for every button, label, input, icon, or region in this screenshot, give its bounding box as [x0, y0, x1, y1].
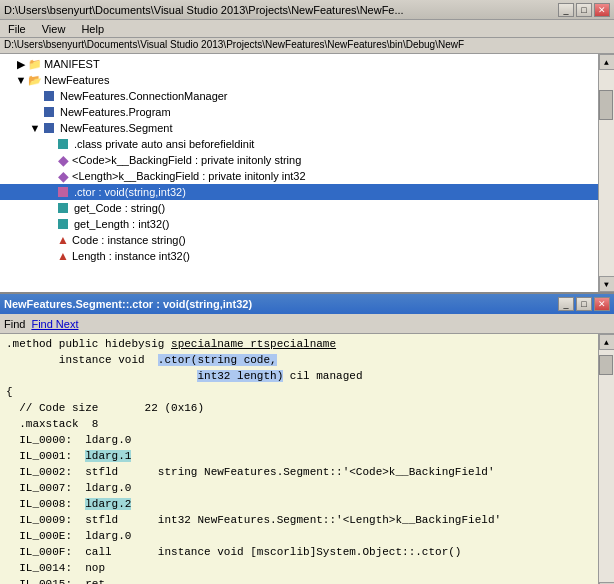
- minimize-button[interactable]: _: [558, 3, 574, 17]
- pink-box-icon-ctor: [56, 185, 70, 199]
- tree-label-cm: NewFeatures.ConnectionManager: [60, 90, 228, 102]
- bottom-title-buttons: _ □ ✕: [558, 297, 610, 311]
- code-line-6: .maxstack 8: [6, 418, 98, 430]
- code-line-8: IL_0001: ldarg.1: [6, 450, 131, 462]
- tree-label-class: .class private auto ansi beforefieldinit: [74, 138, 254, 150]
- red-triangle-icon-lp: ▲: [56, 249, 70, 263]
- code-scroll-track[interactable]: [599, 350, 614, 582]
- bottom-maximize-button[interactable]: □: [576, 297, 592, 311]
- title-bar: D:\Users\bsenyurt\Documents\Visual Studi…: [0, 0, 614, 20]
- expand-icon-manifest: ▶: [16, 59, 26, 69]
- menu-file[interactable]: File: [4, 23, 30, 35]
- code-line-10: IL_0007: ldarg.0: [6, 482, 131, 494]
- title-bar-buttons: _ □ ✕: [558, 3, 610, 17]
- path-bar: D:\Users\bsenyurt\Documents\Visual Studi…: [0, 38, 614, 54]
- code-line-4: {: [6, 386, 13, 398]
- tree-row-getcode[interactable]: ▶ get_Code : string(): [0, 200, 598, 216]
- scroll-down-button[interactable]: ▼: [599, 276, 615, 292]
- tree-row-length-field[interactable]: ▶ ◆ <Length>k__BackingField : private in…: [0, 168, 598, 184]
- cyan-box-icon-class: [56, 137, 70, 151]
- code-line-2: instance void .ctor(string code,: [6, 354, 277, 366]
- code-line-12: IL_0009: stfld int32 NewFeatures.Segment…: [6, 514, 501, 526]
- bottom-minimize-button[interactable]: _: [558, 297, 574, 311]
- find-next-label[interactable]: Find Next: [31, 318, 78, 330]
- tree-label-manifest: MANIFEST: [44, 58, 100, 70]
- folder-icon-manifest: 📁: [28, 57, 42, 71]
- bottom-title-bar: NewFeatures.Segment::.ctor : void(string…: [0, 294, 614, 314]
- tree-label-lp: Length : instance int32(): [72, 250, 190, 262]
- diamond-icon-lenf: ◆: [56, 169, 70, 183]
- tree-label-gl: get_Length : int32(): [74, 218, 169, 230]
- code-line-3: int32 length) cil managed: [6, 370, 362, 382]
- code-line-16: IL_0015: ret: [6, 578, 105, 584]
- menu-help[interactable]: Help: [77, 23, 108, 35]
- code-line-11: IL_0008: ldarg.2: [6, 498, 131, 510]
- code-block: .method public hidebysig specialname rts…: [6, 336, 592, 584]
- tree-row-segment[interactable]: ▼ NewFeatures.Segment: [0, 120, 598, 136]
- tree-row-manifest[interactable]: ▶ 📁 MANIFEST: [0, 56, 598, 72]
- tree-label-seg: NewFeatures.Segment: [60, 122, 173, 134]
- tree-label-lenf: <Length>k__BackingField : private initon…: [72, 170, 306, 182]
- code-line-14: IL_000F: call instance void [mscorlib]Sy…: [6, 546, 461, 558]
- code-line-13: IL_000E: ldarg.0: [6, 530, 131, 542]
- tree-row-length-prop[interactable]: ▶ ▲ Length : instance int32(): [0, 248, 598, 264]
- code-line-9: IL_0002: stfld string NewFeatures.Segmen…: [6, 466, 494, 478]
- bottom-title-text: NewFeatures.Segment::.ctor : void(string…: [4, 298, 252, 310]
- tree-row-getlength[interactable]: ▶ get_Length : int32(): [0, 216, 598, 232]
- tree-row-code-prop[interactable]: ▶ ▲ Code : instance string(): [0, 232, 598, 248]
- menu-bar: File View Help: [0, 20, 614, 38]
- menu-view[interactable]: View: [38, 23, 70, 35]
- code-scrollbar[interactable]: ▲ ▼: [598, 334, 614, 584]
- scroll-track[interactable]: [599, 70, 614, 276]
- blue-box-icon-prog: [42, 105, 56, 119]
- code-line-15: IL_0014: nop: [6, 562, 105, 574]
- close-button[interactable]: ✕: [594, 3, 610, 17]
- tree-content: ▶ 📁 MANIFEST ▼ 📂 NewFeatures ▶ NewFeatur…: [0, 54, 598, 292]
- tree-label-prog: NewFeatures.Program: [60, 106, 171, 118]
- red-triangle-icon-cp: ▲: [56, 233, 70, 247]
- tree-row-ctor[interactable]: ▶ .ctor : void(string,int32): [0, 184, 598, 200]
- bottom-section: NewFeatures.Segment::.ctor : void(string…: [0, 294, 614, 584]
- tree-row-code-field[interactable]: ▶ ◆ <Code>k__BackingField : private init…: [0, 152, 598, 168]
- scroll-thumb[interactable]: [599, 90, 613, 120]
- find-label: Find: [4, 318, 25, 330]
- tree-label-gc: get_Code : string(): [74, 202, 165, 214]
- cyan-box-icon-gl: [56, 217, 70, 231]
- tree-row-newfeatures[interactable]: ▼ 📂 NewFeatures: [0, 72, 598, 88]
- tree-label-codef: <Code>k__BackingField : private initonly…: [72, 154, 301, 166]
- tree-label-newfeatures: NewFeatures: [44, 74, 109, 86]
- find-bar: Find Find Next: [0, 314, 614, 334]
- tree-scrollbar[interactable]: ▲ ▼: [598, 54, 614, 292]
- title-bar-text: D:\Users\bsenyurt\Documents\Visual Studi…: [4, 4, 558, 16]
- code-scroll-up-button[interactable]: ▲: [599, 334, 615, 350]
- scroll-up-button[interactable]: ▲: [599, 54, 615, 70]
- folder-icon-newfeatures: 📂: [28, 73, 42, 87]
- expand-icon-seg: ▼: [30, 123, 40, 133]
- maximize-button[interactable]: □: [576, 3, 592, 17]
- code-line-7: IL_0000: ldarg.0: [6, 434, 131, 446]
- code-lines: .method public hidebysig specialname rts…: [0, 334, 598, 584]
- bottom-close-button[interactable]: ✕: [594, 297, 610, 311]
- tree-row-class[interactable]: ▶ .class private auto ansi beforefieldin…: [0, 136, 598, 152]
- blue-box-icon-seg: [42, 121, 56, 135]
- blue-box-icon-cm: [42, 89, 56, 103]
- diamond-icon-codef: ◆: [56, 153, 70, 167]
- code-scroll-thumb[interactable]: [599, 355, 613, 375]
- cyan-box-icon-gc: [56, 201, 70, 215]
- tree-row-program[interactable]: ▶ NewFeatures.Program: [0, 104, 598, 120]
- code-line-1: .method public hidebysig specialname rts…: [6, 338, 336, 350]
- code-area: .method public hidebysig specialname rts…: [0, 334, 614, 584]
- expand-icon-newfeatures: ▼: [16, 75, 26, 85]
- tree-label-cp: Code : instance string(): [72, 234, 186, 246]
- code-line-5: // Code size 22 (0x16): [6, 402, 204, 414]
- tree-row-connectionmanager[interactable]: ▶ NewFeatures.ConnectionManager: [0, 88, 598, 104]
- tree-panel: ▶ 📁 MANIFEST ▼ 📂 NewFeatures ▶ NewFeatur…: [0, 54, 614, 294]
- tree-label-ctor: .ctor : void(string,int32): [74, 186, 186, 198]
- path-text: D:\Users\bsenyurt\Documents\Visual Studi…: [4, 39, 464, 50]
